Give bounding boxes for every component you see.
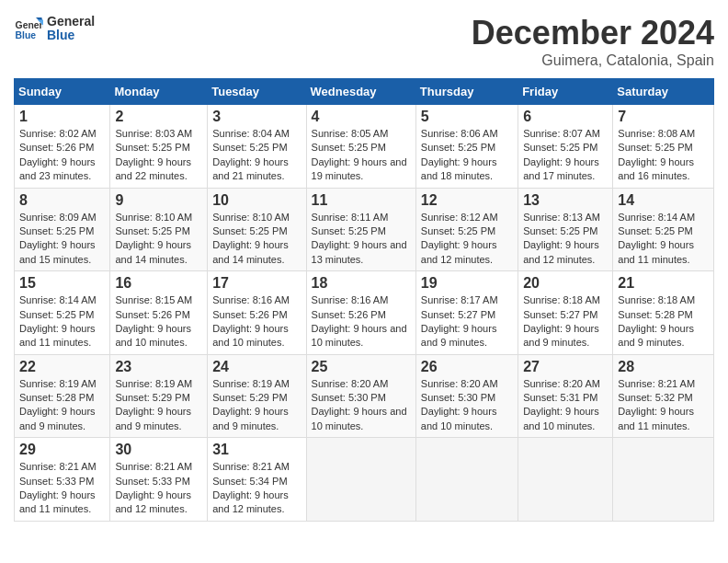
day-cell-20: 20 Sunrise: 8:18 AM Sunset: 5:27 PM Dayl…	[518, 271, 613, 355]
empty-cell	[415, 438, 518, 522]
day-cell-29: 29 Sunrise: 8:21 AM Sunset: 5:33 PM Dayl…	[15, 438, 110, 522]
day-number-26: 26	[421, 359, 513, 375]
day-number-23: 23	[115, 359, 202, 375]
day-cell-12: 12 Sunrise: 8:12 AM Sunset: 5:25 PM Dayl…	[415, 188, 518, 271]
day-number-9: 9	[115, 192, 202, 209]
day-cell-6: 6 Sunrise: 8:07 AM Sunset: 5:25 PM Dayli…	[518, 105, 613, 189]
day-info-18: Sunrise: 8:16 AM Sunset: 5:26 PM Dayligh…	[312, 293, 411, 350]
day-info-15: Sunrise: 8:14 AM Sunset: 5:25 PM Dayligh…	[19, 293, 105, 350]
day-cell-30: 30 Sunrise: 8:21 AM Sunset: 5:33 PM Dayl…	[110, 438, 208, 522]
day-number-27: 27	[523, 359, 608, 375]
day-info-7: Sunrise: 8:08 AM Sunset: 5:25 PM Dayligh…	[618, 127, 709, 184]
day-info-21: Sunrise: 8:18 AM Sunset: 5:28 PM Dayligh…	[618, 293, 709, 350]
col-wednesday: Wednesday	[306, 79, 415, 105]
day-cell-13: 13 Sunrise: 8:13 AM Sunset: 5:25 PM Dayl…	[518, 188, 613, 271]
day-number-5: 5	[421, 109, 513, 125]
day-info-5: Sunrise: 8:06 AM Sunset: 5:25 PM Dayligh…	[421, 127, 513, 184]
day-number-20: 20	[523, 275, 608, 292]
day-info-1: Sunrise: 8:02 AM Sunset: 5:26 PM Dayligh…	[19, 127, 105, 184]
col-monday: Monday	[110, 79, 208, 105]
day-number-11: 11	[312, 192, 411, 209]
day-info-22: Sunrise: 8:19 AM Sunset: 5:28 PM Dayligh…	[19, 377, 105, 434]
day-number-19: 19	[421, 275, 513, 292]
empty-cell	[518, 438, 613, 522]
day-info-30: Sunrise: 8:21 AM Sunset: 5:33 PM Dayligh…	[115, 460, 202, 517]
day-info-29: Sunrise: 8:21 AM Sunset: 5:33 PM Dayligh…	[19, 460, 105, 517]
week-row-2: 8 Sunrise: 8:09 AM Sunset: 5:25 PM Dayli…	[15, 188, 714, 271]
day-cell-8: 8 Sunrise: 8:09 AM Sunset: 5:25 PM Dayli…	[15, 188, 110, 271]
day-number-6: 6	[523, 109, 608, 125]
day-cell-11: 11 Sunrise: 8:11 AM Sunset: 5:25 PM Dayl…	[306, 188, 415, 271]
title-block: December 2024 Guimera, Catalonia, Spain	[472, 14, 714, 69]
day-cell-9: 9 Sunrise: 8:10 AM Sunset: 5:25 PM Dayli…	[110, 188, 208, 271]
day-info-8: Sunrise: 8:09 AM Sunset: 5:25 PM Dayligh…	[19, 211, 105, 268]
day-info-16: Sunrise: 8:15 AM Sunset: 5:26 PM Dayligh…	[115, 293, 202, 350]
col-saturday: Saturday	[613, 79, 714, 105]
day-info-17: Sunrise: 8:16 AM Sunset: 5:26 PM Dayligh…	[212, 293, 301, 350]
day-number-31: 31	[212, 442, 301, 458]
day-cell-3: 3 Sunrise: 8:04 AM Sunset: 5:25 PM Dayli…	[208, 105, 306, 189]
day-cell-4: 4 Sunrise: 8:05 AM Sunset: 5:25 PM Dayli…	[306, 105, 415, 189]
day-info-14: Sunrise: 8:14 AM Sunset: 5:25 PM Dayligh…	[618, 211, 709, 268]
week-row-4: 22 Sunrise: 8:19 AM Sunset: 5:28 PM Dayl…	[15, 354, 714, 438]
day-cell-14: 14 Sunrise: 8:14 AM Sunset: 5:25 PM Dayl…	[613, 188, 714, 271]
col-thursday: Thursday	[415, 79, 518, 105]
day-info-4: Sunrise: 8:05 AM Sunset: 5:25 PM Dayligh…	[312, 127, 411, 184]
day-info-9: Sunrise: 8:10 AM Sunset: 5:25 PM Dayligh…	[115, 211, 202, 268]
day-cell-10: 10 Sunrise: 8:10 AM Sunset: 5:25 PM Dayl…	[208, 188, 306, 271]
day-cell-27: 27 Sunrise: 8:20 AM Sunset: 5:31 PM Dayl…	[518, 354, 613, 438]
day-info-13: Sunrise: 8:13 AM Sunset: 5:25 PM Dayligh…	[523, 211, 608, 268]
calendar-table: Sunday Monday Tuesday Wednesday Thursday…	[14, 78, 714, 522]
day-info-11: Sunrise: 8:11 AM Sunset: 5:25 PM Dayligh…	[312, 211, 411, 268]
day-number-13: 13	[523, 192, 608, 209]
day-number-8: 8	[19, 192, 105, 209]
day-info-19: Sunrise: 8:17 AM Sunset: 5:27 PM Dayligh…	[421, 293, 513, 350]
empty-cell	[613, 438, 714, 522]
day-number-7: 7	[618, 109, 709, 125]
day-info-23: Sunrise: 8:19 AM Sunset: 5:29 PM Dayligh…	[115, 377, 202, 434]
week-row-3: 15 Sunrise: 8:14 AM Sunset: 5:25 PM Dayl…	[15, 271, 714, 355]
day-cell-21: 21 Sunrise: 8:18 AM Sunset: 5:28 PM Dayl…	[613, 271, 714, 355]
day-number-25: 25	[312, 359, 411, 375]
day-number-16: 16	[115, 275, 202, 292]
day-number-22: 22	[19, 359, 105, 375]
day-number-15: 15	[19, 275, 105, 292]
day-number-4: 4	[312, 109, 411, 125]
day-number-17: 17	[212, 275, 301, 292]
day-info-12: Sunrise: 8:12 AM Sunset: 5:25 PM Dayligh…	[421, 211, 513, 268]
day-number-3: 3	[212, 109, 301, 125]
day-number-1: 1	[19, 109, 105, 125]
calendar-body: 1 Sunrise: 8:02 AM Sunset: 5:26 PM Dayli…	[15, 105, 714, 522]
day-number-10: 10	[212, 192, 301, 209]
week-row-1: 1 Sunrise: 8:02 AM Sunset: 5:26 PM Dayli…	[15, 105, 714, 189]
col-sunday: Sunday	[15, 79, 110, 105]
day-cell-22: 22 Sunrise: 8:19 AM Sunset: 5:28 PM Dayl…	[15, 354, 110, 438]
day-number-21: 21	[618, 275, 709, 292]
logo: General Blue General Blue	[14, 14, 95, 43]
day-info-31: Sunrise: 8:21 AM Sunset: 5:34 PM Dayligh…	[212, 460, 301, 517]
day-cell-16: 16 Sunrise: 8:15 AM Sunset: 5:26 PM Dayl…	[110, 271, 208, 355]
day-number-30: 30	[115, 442, 202, 458]
logo-icon: General Blue	[14, 14, 43, 43]
day-info-27: Sunrise: 8:20 AM Sunset: 5:31 PM Dayligh…	[523, 377, 608, 434]
day-cell-24: 24 Sunrise: 8:19 AM Sunset: 5:29 PM Dayl…	[208, 354, 306, 438]
day-cell-15: 15 Sunrise: 8:14 AM Sunset: 5:25 PM Dayl…	[15, 271, 110, 355]
day-cell-17: 17 Sunrise: 8:16 AM Sunset: 5:26 PM Dayl…	[208, 271, 306, 355]
day-info-28: Sunrise: 8:21 AM Sunset: 5:32 PM Dayligh…	[618, 377, 709, 434]
svg-text:Blue: Blue	[16, 30, 37, 40]
day-info-20: Sunrise: 8:18 AM Sunset: 5:27 PM Dayligh…	[523, 293, 608, 350]
day-number-24: 24	[212, 359, 301, 375]
day-cell-2: 2 Sunrise: 8:03 AM Sunset: 5:25 PM Dayli…	[110, 105, 208, 189]
day-cell-25: 25 Sunrise: 8:20 AM Sunset: 5:30 PM Dayl…	[306, 354, 415, 438]
day-cell-5: 5 Sunrise: 8:06 AM Sunset: 5:25 PM Dayli…	[415, 105, 518, 189]
day-number-2: 2	[115, 109, 202, 125]
day-cell-7: 7 Sunrise: 8:08 AM Sunset: 5:25 PM Dayli…	[613, 105, 714, 189]
day-cell-18: 18 Sunrise: 8:16 AM Sunset: 5:26 PM Dayl…	[306, 271, 415, 355]
day-info-3: Sunrise: 8:04 AM Sunset: 5:25 PM Dayligh…	[212, 127, 301, 184]
location: Guimera, Catalonia, Spain	[472, 52, 714, 69]
col-friday: Friday	[518, 79, 613, 105]
day-number-28: 28	[618, 359, 709, 375]
svg-text:General: General	[16, 20, 43, 30]
day-cell-31: 31 Sunrise: 8:21 AM Sunset: 5:34 PM Dayl…	[208, 438, 306, 522]
day-info-10: Sunrise: 8:10 AM Sunset: 5:25 PM Dayligh…	[212, 211, 301, 268]
